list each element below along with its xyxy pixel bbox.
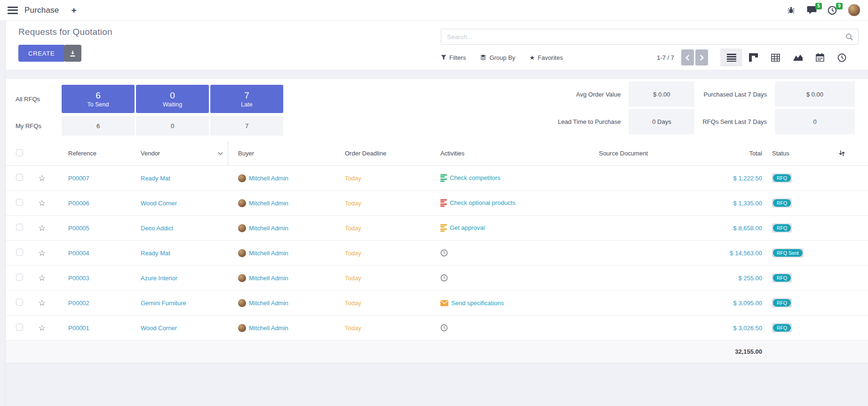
graph-view-icon[interactable] [787, 49, 809, 66]
to-send-filter-button[interactable]: 6 To Send [62, 85, 135, 113]
vendor-link[interactable]: Azure Interior [141, 275, 177, 282]
row-checkbox[interactable] [16, 174, 23, 181]
optional-columns-icon[interactable] [838, 150, 845, 157]
late-filter-button[interactable]: 7 Late [210, 85, 283, 113]
buyer-link[interactable]: Mitchell Admin [249, 175, 288, 182]
reference-link[interactable]: P00001 [68, 325, 89, 332]
reference-link[interactable]: P00004 [68, 250, 89, 257]
calendar-view-icon[interactable] [809, 49, 831, 66]
search-icon[interactable] [845, 33, 858, 41]
my-late-cell[interactable]: 7 [210, 116, 283, 136]
favorite-star-icon[interactable]: ☆ [38, 324, 45, 333]
favorite-star-icon[interactable]: ☆ [38, 274, 45, 283]
status-badge: RFQ Sent [772, 248, 804, 258]
plus-icon[interactable]: + [71, 6, 76, 15]
my-waiting-cell[interactable]: 0 [136, 116, 209, 136]
table-row[interactable]: ☆ P00006 Wood Corner Mitchell Admin Toda… [6, 191, 868, 216]
user-avatar[interactable] [848, 4, 860, 16]
favorite-star-icon[interactable]: ☆ [38, 174, 45, 183]
kpi-summary: Avg Order Value $ 0.00 Purchased Last 7 … [558, 81, 855, 134]
column-header-status[interactable]: Status [764, 150, 826, 157]
schedule-activity-clock-icon[interactable] [440, 324, 448, 332]
layers-icon [480, 54, 486, 61]
column-header-buyer[interactable]: Buyer [228, 150, 339, 157]
order-deadline: Today [345, 175, 361, 182]
activity-link[interactable]: Check competitors [450, 174, 501, 181]
vendor-link[interactable]: Deco Addict [141, 225, 173, 232]
row-checkbox[interactable] [16, 299, 23, 306]
pager-next-button[interactable] [695, 49, 708, 65]
bug-icon[interactable] [786, 5, 796, 16]
reference-link[interactable]: P00002 [68, 300, 89, 307]
export-button[interactable] [64, 45, 81, 62]
pager-range[interactable]: 1-7 / 7 [657, 54, 674, 61]
column-header-total[interactable]: Total [692, 150, 764, 157]
buyer-link[interactable]: Mitchell Admin [249, 250, 288, 257]
activity-view-icon[interactable] [831, 49, 853, 66]
favorite-star-icon[interactable]: ☆ [38, 299, 45, 308]
filters-button[interactable]: Filters [441, 54, 466, 61]
activity-list-icon[interactable] [440, 174, 447, 182]
activity-link[interactable]: Check optional products [450, 199, 515, 206]
create-button[interactable]: CREATE [18, 45, 65, 62]
favorites-button[interactable]: ★ Favorites [529, 54, 563, 61]
favorite-star-icon[interactable]: ☆ [38, 249, 45, 258]
activity-list-icon[interactable] [440, 224, 447, 232]
buyer-link[interactable]: Mitchell Admin [249, 300, 288, 307]
envelope-icon[interactable] [440, 300, 448, 306]
group-by-button[interactable]: Group By [480, 54, 515, 61]
favorite-star-icon[interactable]: ☆ [38, 224, 45, 233]
row-checkbox[interactable] [16, 224, 23, 231]
table-row[interactable]: ☆ P00002 Gemini Furniture Mitchell Admin… [6, 291, 868, 316]
reference-link[interactable]: P00007 [68, 175, 89, 182]
vendor-link[interactable]: Wood Corner [141, 200, 177, 207]
section-divider [6, 70, 868, 79]
purchased-last-7-days: $ 0.00 [775, 81, 855, 107]
buyer-link[interactable]: Mitchell Admin [249, 200, 288, 207]
table-row[interactable]: ☆ P00003 Azure Interior Mitchell Admin T… [6, 266, 868, 291]
list-view-icon[interactable] [720, 49, 742, 66]
row-checkbox[interactable] [16, 199, 23, 206]
select-all-checkbox[interactable] [16, 149, 23, 156]
buyer-link[interactable]: Mitchell Admin [249, 325, 288, 332]
activity-link[interactable]: Get approval [450, 224, 485, 231]
table-row[interactable]: ☆ P00005 Deco Addict Mitchell Admin Toda… [6, 216, 868, 241]
vendor-link[interactable]: Gemini Furniture [141, 300, 186, 307]
buyer-link[interactable]: Mitchell Admin [249, 275, 288, 282]
order-deadline: Today [345, 225, 361, 232]
table-row[interactable]: ☆ P00001 Wood Corner Mitchell Admin Toda… [6, 316, 868, 341]
column-header-order-deadline[interactable]: Order Deadline [339, 150, 435, 157]
schedule-activity-clock-icon[interactable] [440, 249, 448, 257]
column-header-reference[interactable]: Reference [54, 150, 135, 157]
vendor-link[interactable]: Wood Corner [141, 325, 177, 332]
reference-link[interactable]: P00005 [68, 225, 89, 232]
total-amount: $ 3,095.00 [733, 300, 762, 307]
activity-list-icon[interactable] [440, 199, 447, 207]
pager-previous-button[interactable] [681, 49, 694, 65]
buyer-link[interactable]: Mitchell Admin [249, 225, 288, 232]
app-name[interactable]: Purchase [24, 6, 59, 15]
table-row[interactable]: ☆ P00007 Ready Mat Mitchell Admin Today … [6, 166, 868, 191]
messages-icon[interactable]: 5 [806, 5, 817, 16]
menu-icon[interactable] [8, 7, 18, 14]
row-checkbox[interactable] [16, 249, 23, 256]
vendor-link[interactable]: Ready Mat [141, 175, 170, 182]
kanban-view-icon[interactable] [742, 49, 764, 66]
vendor-link[interactable]: Ready Mat [141, 250, 170, 257]
row-checkbox[interactable] [16, 274, 23, 281]
activity-link[interactable]: Send specifications [451, 300, 504, 307]
schedule-activity-clock-icon[interactable] [440, 274, 448, 282]
activities-icon[interactable]: 9 [827, 5, 837, 16]
waiting-filter-button[interactable]: 0 Waiting [136, 85, 209, 113]
table-row[interactable]: ☆ P00004 Ready Mat Mitchell Admin Today … [6, 241, 868, 266]
reference-link[interactable]: P00003 [68, 275, 89, 282]
column-header-vendor[interactable]: Vendor [135, 141, 228, 165]
reference-link[interactable]: P00006 [68, 200, 89, 207]
favorite-star-icon[interactable]: ☆ [38, 199, 45, 208]
pivot-view-icon[interactable] [764, 49, 787, 66]
search-input[interactable] [441, 29, 845, 44]
my-to-send-cell[interactable]: 6 [62, 116, 135, 136]
row-checkbox[interactable] [16, 324, 23, 331]
column-header-activities[interactable]: Activities [435, 150, 555, 157]
column-header-source-document[interactable]: Source Document [555, 150, 692, 157]
